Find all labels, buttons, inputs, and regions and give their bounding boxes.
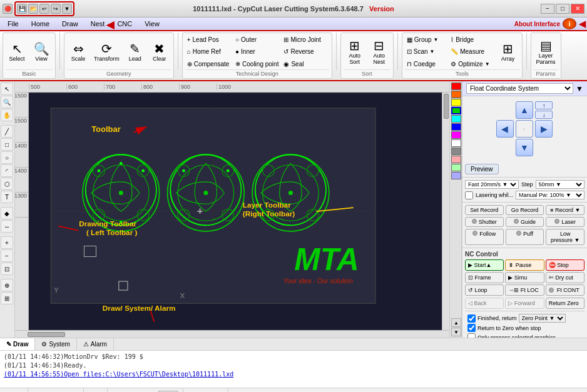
reverse-button[interactable]: ↺Reverse — [282, 46, 329, 57]
tool-zoom-in[interactable]: + — [1, 236, 13, 249]
menu-file[interactable]: File — [1, 19, 25, 29]
menu-home[interactable]: Home — [25, 19, 56, 29]
stop-btn[interactable]: ⛔ Stop — [546, 259, 584, 271]
console-line-3[interactable]: (01/11 14:56:55)Open files:C:\Users\FSCU… — [4, 370, 583, 379]
tool-fit[interactable]: ⊡ — [1, 263, 13, 275]
select-button[interactable]: ↖ Select — [6, 41, 28, 63]
tool-poly[interactable]: ⬡ — [1, 178, 13, 190]
tool-select[interactable]: ↖ — [1, 83, 13, 95]
dir-left[interactable]: ◀ — [496, 120, 514, 138]
tab-system[interactable]: ⚙ System — [35, 338, 76, 350]
auto-nest-button[interactable]: ⊟ AutoNest — [368, 38, 390, 66]
tool-grid[interactable]: ⊞ — [1, 292, 13, 304]
tool-arc[interactable]: ◜ — [1, 164, 13, 177]
menu-view[interactable]: View — [138, 19, 166, 29]
tool-measure[interactable]: ↔ — [1, 220, 13, 233]
quick-access-more[interactable]: ▼ — [62, 4, 72, 14]
tool-pan[interactable]: ✋ — [1, 109, 13, 121]
home-ref-button[interactable]: ⌂Home Ref — [185, 46, 232, 57]
v-scroll-thumb[interactable] — [444, 94, 449, 119]
forward-btn[interactable]: ▷ Forward — [505, 298, 544, 309]
return-zero-checkbox[interactable] — [467, 324, 476, 332]
layer-color-red[interactable] — [451, 83, 461, 90]
low-pressure-btn[interactable]: Lowpressure ▼ — [546, 229, 584, 245]
seal-button[interactable]: ◉Seal — [282, 59, 329, 69]
layer-scroll-down[interactable]: ▼ — [451, 328, 461, 336]
tool-node[interactable]: ◆ — [1, 207, 13, 219]
simu-btn[interactable]: ▶ Simu — [505, 272, 544, 283]
quick-access-open[interactable]: 📂 — [28, 4, 38, 14]
bridge-button[interactable]: ⌇Bridge — [449, 34, 491, 45]
loop-btn[interactable]: ↺ Loop — [465, 284, 504, 296]
about-button[interactable]: i — [563, 18, 576, 29]
horizontal-scrollbar[interactable] — [15, 330, 449, 338]
layer-color-blue[interactable] — [451, 123, 461, 131]
drawing-canvas[interactable]: + X Y — [29, 93, 442, 330]
fast-speed-select[interactable]: Fast 20mm/s ▼ — [465, 180, 519, 189]
transform-button[interactable]: ⟳ Transform — [91, 41, 122, 63]
lead-button[interactable]: ✎ Lead — [124, 41, 146, 63]
compensate-button[interactable]: ⊕Compensate — [185, 59, 232, 69]
up-right-btn[interactable]: ↑ — [535, 101, 553, 109]
quick-access-redo[interactable]: ↪ — [51, 4, 61, 14]
layer-color-gray[interactable] — [451, 148, 461, 155]
micro-joint-button[interactable]: ⊞Micro Joint — [282, 34, 329, 45]
layer-color-lightgreen[interactable] — [451, 164, 461, 171]
scale-button[interactable]: ⇔ Scale — [67, 41, 89, 63]
tab-alarm[interactable]: ⚠ Alarm — [77, 338, 114, 350]
drycut-btn[interactable]: ✄ Dry cut — [546, 272, 584, 283]
puff-btn[interactable]: Puff — [506, 229, 544, 245]
finished-return-select[interactable]: Zero Point ▼ — [519, 314, 566, 323]
measure-button[interactable]: 📏Measure — [449, 46, 491, 57]
tool-text[interactable]: T — [1, 191, 13, 203]
down-right-btn[interactable]: ↓ — [535, 111, 553, 119]
layer-color-cyan[interactable] — [451, 115, 461, 123]
optimize-button[interactable]: ⚙Optimize▼ — [449, 59, 491, 69]
coord-system-select[interactable]: Float Coordinate System — [466, 83, 573, 94]
only-selected-checkbox[interactable] — [467, 333, 476, 338]
tool-zoom-out[interactable]: − — [1, 249, 13, 262]
inner-button[interactable]: ●Inner — [233, 46, 280, 57]
tool-zoom[interactable]: 🔍 — [1, 96, 13, 108]
quick-access-save[interactable]: 💾 — [17, 4, 27, 14]
auto-sort-button[interactable]: ⊞ AutoSort — [344, 38, 366, 66]
quick-access-undo[interactable]: ↩ — [39, 4, 49, 14]
layer-color-lightblue[interactable] — [451, 172, 461, 179]
scan-button[interactable]: ⊡Scan▼ — [405, 46, 447, 57]
record-btn[interactable]: ■ Record ▼ — [546, 205, 584, 215]
menu-draw[interactable]: Draw — [56, 19, 84, 29]
array-button[interactable]: ⊞ Array — [497, 41, 519, 63]
group-button[interactable]: ▦Group▼ — [405, 34, 447, 45]
layer-color-lightred[interactable] — [451, 156, 461, 163]
tool-rect[interactable]: □ — [1, 138, 13, 151]
layer-color-orange[interactable] — [451, 91, 461, 98]
coedge-button[interactable]: ⊓Coedge — [405, 59, 447, 69]
tool-circle[interactable]: ○ — [1, 151, 13, 164]
go-record-btn[interactable]: Go Record — [506, 205, 544, 215]
frame-btn[interactable]: ⊡ Frame — [465, 272, 504, 283]
layer-color-magenta[interactable] — [451, 131, 461, 139]
layer-params-button[interactable]: ▤ LayerParams — [534, 38, 558, 66]
layer-color-green[interactable] — [451, 107, 461, 114]
laser-btn[interactable]: Laser — [546, 217, 584, 227]
pause-btn[interactable]: ⏸ Pause — [505, 259, 544, 271]
h-scroll-thumb[interactable] — [28, 332, 65, 337]
ft-loc-btn[interactable]: →⊞ Ft LOC — [505, 284, 544, 296]
maximize-button[interactable]: □ — [556, 4, 569, 14]
view-button[interactable]: 🔍 View — [30, 41, 53, 63]
tool-line[interactable]: ╱ — [1, 125, 13, 138]
guide-btn[interactable]: Guide — [506, 217, 544, 227]
manual-pw-select[interactable]: Manual Pw: 100% ▼ — [516, 191, 584, 199]
follow-btn[interactable]: Follow — [465, 229, 504, 245]
cooling-button[interactable]: ❄Cooling point — [233, 59, 280, 69]
back-btn[interactable]: ◁ Back — [465, 298, 504, 309]
coord-dropdown-icon[interactable]: ▼ — [576, 84, 583, 93]
lasering-checkbox[interactable] — [465, 191, 473, 199]
ft-cont-btn[interactable]: Ft CONT — [546, 284, 584, 296]
layer-scroll-up[interactable]: ▲ — [451, 318, 461, 327]
preview-button[interactable]: Preview — [465, 164, 499, 174]
dir-center[interactable]: · — [516, 120, 533, 138]
tool-origin[interactable]: ⊕ — [1, 279, 13, 291]
layer-color-white[interactable] — [451, 139, 461, 147]
step-select[interactable]: 50mm ▼ — [536, 180, 584, 189]
